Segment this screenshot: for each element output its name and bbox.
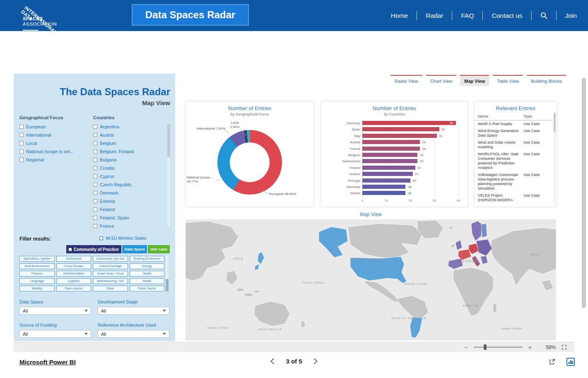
search-button[interactable] <box>532 12 556 19</box>
tag-energy[interactable]: Energy <box>130 263 165 269</box>
share-button[interactable] <box>548 358 556 366</box>
geo-checkbox-local[interactable]: Local <box>19 141 93 146</box>
scrollbar-thumb[interactable] <box>166 279 169 291</box>
chevron-left-icon <box>270 358 274 364</box>
bar-row-germany[interactable]: Germany39 <box>321 121 468 125</box>
tag-language[interactable]: Language <box>19 278 55 284</box>
table-row[interactable]: VELES Project (HORIZON-WIDERA-Use Case <box>475 192 553 204</box>
tag-agriculture-agrifoo[interactable]: Agriculture / Agrifoo <box>19 256 55 262</box>
bar-row-austria[interactable]: Austria24 <box>321 140 468 144</box>
bar-row-ireland[interactable]: Ireland18 <box>321 191 468 195</box>
nav-link-join[interactable]: Join <box>557 12 586 19</box>
dropdown-select-source-of-funding[interactable]: All <box>19 330 91 338</box>
country-checkbox-france[interactable]: France <box>93 224 165 229</box>
country-checkbox-argentina[interactable]: Argentina <box>93 124 165 129</box>
country-checkbox-belgium-finland[interactable]: Belgium, Finland <box>93 149 165 154</box>
countries-scrollbar[interactable] <box>167 124 170 227</box>
scrollbar-thumb[interactable] <box>167 124 170 157</box>
table-row[interactable]: Volkswagen Autoeuropa Intra-logistics pr… <box>475 171 553 192</box>
bar-category-label: Portugal <box>321 179 360 183</box>
dropdown-select-development-stage[interactable]: All <box>98 307 169 315</box>
geo-checkbox-european[interactable]: European <box>19 124 93 129</box>
nav-link-home[interactable]: Home <box>382 12 417 19</box>
tags-scrollbar[interactable] <box>166 256 169 291</box>
tag-public-sector[interactable]: Public Sector <box>130 286 165 291</box>
tag-automotive[interactable]: Automotive <box>56 256 92 262</box>
tag-logistics[interactable]: Logistics <box>56 278 92 284</box>
geo-checkbox-national-scope-is-onl[interactable]: National (scope is onl... <box>19 149 93 154</box>
country-checkbox-croatia[interactable]: Croatia <box>93 166 165 171</box>
page-scrollbar[interactable] <box>582 78 586 308</box>
geo-checkbox-regional[interactable]: Regional <box>19 157 93 162</box>
tab-building-blocks[interactable]: Building Blocks <box>527 75 566 86</box>
tag-mobility[interactable]: Mobility <box>19 286 55 291</box>
country-checkbox-austria[interactable]: Austria <box>93 132 165 137</box>
tab-table-view[interactable]: Table View <box>493 75 523 86</box>
bar-row-belgium[interactable]: Belgium23 <box>321 153 468 157</box>
zoom-in-button[interactable]: + <box>526 343 534 352</box>
eu-member-states-checkbox[interactable]: All EU Member States <box>99 236 146 241</box>
table-scrollbar[interactable] <box>554 113 556 205</box>
country-checkbox-denmark[interactable]: Denmark <box>93 190 165 195</box>
bar-row-portugal[interactable]: Portugal20 <box>321 178 468 183</box>
bar-row-spain[interactable]: Spain32 <box>321 127 468 131</box>
tag-open-source[interactable]: Open source <box>56 286 92 291</box>
nav-link-contact-us[interactable]: Contact us <box>483 12 531 19</box>
bar-value-label: 18 <box>407 185 411 189</box>
tag-building-environme[interactable]: Building Environme <box>130 256 165 262</box>
tab-chart-view[interactable]: Chart View <box>426 75 457 86</box>
previous-page-button[interactable] <box>270 358 274 364</box>
dropdown-select-data-space[interactable]: All <box>19 307 91 315</box>
tag-geoinformation[interactable]: Geoinformation <box>56 271 92 277</box>
table-row[interactable]: WHIRLPOOL After -Sale Consumer Services … <box>475 151 553 171</box>
country-checkbox-cyprus[interactable]: Cyprus <box>93 174 165 179</box>
country-checkbox-finland-spain[interactable]: Finland, Spain <box>93 215 165 220</box>
scrollbar-thumb[interactable] <box>554 113 556 132</box>
tag-green-deal-circul[interactable]: Green Deal / Circul <box>93 271 128 277</box>
tag-automotive-tyre-ind[interactable]: Automotive, tyre ind <box>93 256 128 262</box>
continent-label: ASIA <box>234 257 243 260</box>
bar-row-greece[interactable]: Greece21 <box>321 172 468 176</box>
table-row[interactable]: Wind and Solar Assets modelingUse Case <box>475 139 553 151</box>
dropdown-value: All <box>23 332 28 337</box>
table-row[interactable]: Wind Energy Generation Data SpaceUse Cas… <box>475 128 553 139</box>
tag-media[interactable]: Media <box>130 278 165 284</box>
checkbox-icon <box>93 207 97 212</box>
bar-row-netherlands[interactable]: Netherlands23 <box>321 159 468 163</box>
bar-row-france[interactable]: France24 <box>321 147 468 151</box>
checkbox-icon <box>93 133 97 137</box>
bar-row-finland[interactable]: Finland22 <box>321 166 468 170</box>
tag-other[interactable]: Other <box>93 286 128 291</box>
tag-manufacturing-ind[interactable]: Manufacturing / Ind <box>93 278 128 284</box>
country-checkbox-bulgaria[interactable]: Bulgaria <box>93 157 165 162</box>
dropdown-select-reference-architecture-used[interactable]: All <box>98 330 169 338</box>
tag-cultural-heritage[interactable]: Cultural heritage <box>93 263 128 269</box>
filter-button-community-of-practice[interactable]: Community of Practice <box>66 245 121 253</box>
table-row[interactable]: Würth C-Part SupplyUse Case <box>475 120 553 128</box>
tab-radar-view[interactable]: Radar View <box>390 75 422 86</box>
tab-map-view[interactable]: Map View <box>460 75 489 86</box>
country-checkbox-estonia[interactable]: Estonia <box>93 199 165 204</box>
powerbi-link[interactable]: Microsoft Power BI <box>19 359 76 366</box>
zoom-slider-thumb[interactable] <box>484 344 487 350</box>
tag-health[interactable]: Health <box>130 271 165 277</box>
bar-row-italy[interactable]: Italy31 <box>321 134 468 138</box>
country-checkbox-finland[interactable]: Finland <box>93 207 165 212</box>
tag-cross-domain[interactable]: Cross Domain <box>56 263 92 269</box>
tag-finance[interactable]: Finance <box>19 271 55 277</box>
zoom-slider[interactable] <box>474 347 523 348</box>
tag-built-environment[interactable]: Built Environment <box>19 263 55 269</box>
world-map[interactable]: ASIA NORTH AMERICA EUROPE AFRICA SOUTH A… <box>186 219 556 340</box>
bar-row-denmark[interactable]: Denmark18 <box>321 185 468 189</box>
fit-to-page-button[interactable] <box>561 344 567 350</box>
geo-checkbox-international[interactable]: International <box>19 132 93 137</box>
zoom-out-button[interactable]: − <box>462 343 470 352</box>
country-checkbox-czech-republic[interactable]: Czech Republic <box>93 182 165 187</box>
filter-button-data-space[interactable]: Data Space <box>122 245 147 253</box>
powerbi-visual-button[interactable] <box>566 358 575 366</box>
nav-link-radar[interactable]: Radar <box>417 12 452 19</box>
next-page-button[interactable] <box>314 358 318 364</box>
country-checkbox-belgium[interactable]: Belgium <box>93 141 165 146</box>
nav-link-faq[interactable]: FAQ <box>452 12 482 19</box>
filter-button-use-case[interactable]: Use Case <box>148 245 170 253</box>
